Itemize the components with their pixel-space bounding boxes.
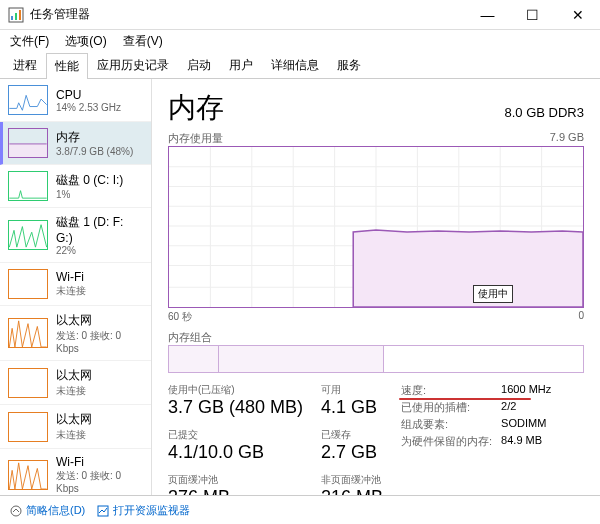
- menu-view[interactable]: 查看(V): [117, 31, 169, 52]
- resmon-icon: [97, 505, 109, 517]
- svg-rect-4: [9, 144, 46, 157]
- tab-startup[interactable]: 启动: [178, 52, 220, 78]
- titlebar: 任务管理器 — ☐ ✕: [0, 0, 600, 30]
- inuse-marker: 使用中: [473, 285, 513, 303]
- sidebar-item-memory[interactable]: 内存3.8/7.9 GB (48%): [0, 122, 151, 165]
- tab-performance[interactable]: 性能: [46, 53, 88, 79]
- sidebar-item-label: 以太网: [56, 367, 92, 384]
- tab-services[interactable]: 服务: [328, 52, 370, 78]
- ethernet-thumb-icon: [8, 412, 48, 442]
- wifi-thumb-icon: [8, 269, 48, 299]
- ethernet-thumb-icon: [8, 318, 48, 348]
- stat-speed: 1600 MHz: [501, 383, 551, 398]
- close-button[interactable]: ✕: [555, 0, 600, 30]
- menu-options[interactable]: 选项(O): [59, 31, 112, 52]
- app-icon: [8, 7, 24, 23]
- sidebar-item-ethernet2[interactable]: 以太网未连接: [0, 361, 151, 405]
- sidebar-item-label: 以太网: [56, 312, 143, 329]
- axis-right: 0: [578, 310, 584, 324]
- window-title: 任务管理器: [30, 6, 465, 23]
- svg-rect-2: [15, 13, 17, 20]
- stat-cached: 2.7 GB: [321, 442, 383, 463]
- stat-available: 4.1 GB: [321, 397, 383, 418]
- ethernet-thumb-icon: [8, 368, 48, 398]
- axis-left: 60 秒: [168, 310, 192, 324]
- svg-point-21: [11, 506, 21, 516]
- sidebar-item-cpu[interactable]: CPU14% 2.53 GHz: [0, 79, 151, 122]
- tabs: 进程 性能 应用历史记录 启动 用户 详细信息 服务: [0, 52, 600, 79]
- wifi-thumb-icon: [8, 460, 48, 490]
- footer: 简略信息(D) 打开资源监视器: [0, 495, 600, 524]
- stat-slots: 2/2: [501, 400, 516, 415]
- tab-apphistory[interactable]: 应用历史记录: [88, 52, 178, 78]
- sidebar-item-wifi[interactable]: Wi-Fi未连接: [0, 263, 151, 306]
- sidebar-item-disk1[interactable]: 磁盘 1 (D: F: G:)22%: [0, 208, 151, 263]
- tab-details[interactable]: 详细信息: [262, 52, 328, 78]
- disk-thumb-icon: [8, 171, 48, 201]
- memory-thumb-icon: [8, 128, 48, 158]
- sidebar-item-label: 磁盘 0 (C: I:): [56, 172, 123, 189]
- sidebar-item-ethernet3[interactable]: 以太网未连接: [0, 405, 151, 449]
- chart-label-right: 7.9 GB: [550, 131, 584, 146]
- memory-usage-chart: 使用中: [168, 146, 584, 308]
- open-resmon-link[interactable]: 打开资源监视器: [97, 503, 190, 518]
- maximize-button[interactable]: ☐: [510, 0, 555, 30]
- sidebar-item-label: Wi-Fi: [56, 270, 86, 284]
- disk-thumb-icon: [8, 220, 48, 250]
- memory-stats: 使用中(已压缩)3.7 GB (480 MB) 已提交4.1/10.0 GB 页…: [168, 383, 584, 495]
- stat-reserved: 84.9 MB: [501, 434, 542, 449]
- sidebar-item-label: 磁盘 1 (D: F: G:): [56, 214, 143, 245]
- stat-committed: 4.1/10.0 GB: [168, 442, 303, 463]
- sidebar-item-label: CPU: [56, 88, 121, 102]
- chart-label-left: 内存使用量: [168, 131, 223, 146]
- sidebar-item-ethernet[interactable]: 以太网发送: 0 接收: 0 Kbps: [0, 306, 151, 361]
- svg-rect-1: [11, 16, 13, 20]
- sidebar-item-label: Wi-Fi: [56, 455, 143, 469]
- main-panel: 内存 8.0 GB DDR3 内存使用量 7.9 GB 使用中 60 秒 0 内…: [152, 79, 600, 495]
- page-title: 内存: [168, 89, 224, 127]
- svg-rect-3: [19, 10, 21, 20]
- stat-nonpaged: 216 MB: [321, 487, 383, 495]
- stat-form: SODIMM: [501, 417, 546, 432]
- sidebar-item-disk0[interactable]: 磁盘 0 (C: I:)1%: [0, 165, 151, 208]
- memory-spec: 8.0 GB DDR3: [505, 105, 584, 120]
- sidebar-item-label: 内存: [56, 129, 133, 146]
- sidebar: CPU14% 2.53 GHz 内存3.8/7.9 GB (48%) 磁盘 0 …: [0, 79, 152, 495]
- chevron-up-icon: [10, 505, 22, 517]
- minimize-button[interactable]: —: [465, 0, 510, 30]
- cpu-thumb-icon: [8, 85, 48, 115]
- memory-composition-bar: [168, 345, 584, 373]
- menu-file[interactable]: 文件(F): [4, 31, 55, 52]
- composition-label: 内存组合: [168, 330, 212, 345]
- stat-inuse: 3.7 GB (480 MB): [168, 397, 303, 418]
- menubar: 文件(F) 选项(O) 查看(V): [0, 30, 600, 52]
- tab-users[interactable]: 用户: [220, 52, 262, 78]
- fewer-details-button[interactable]: 简略信息(D): [10, 503, 85, 518]
- tab-processes[interactable]: 进程: [4, 52, 46, 78]
- sidebar-item-wifi2[interactable]: Wi-Fi发送: 0 接收: 0 Kbps: [0, 449, 151, 495]
- sidebar-item-label: 以太网: [56, 411, 92, 428]
- stat-paged: 376 MB: [168, 487, 303, 495]
